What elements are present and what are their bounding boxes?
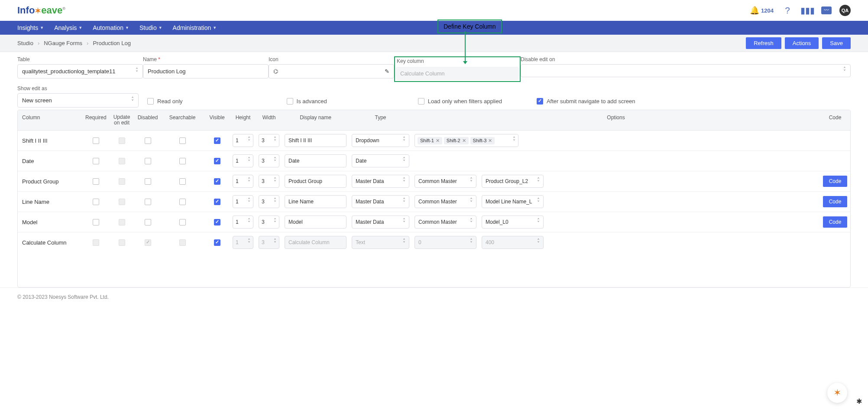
option-chip[interactable]: Shift-2✕ xyxy=(444,137,469,144)
width-input[interactable]: 3˄˅ xyxy=(259,154,279,167)
height-input[interactable]: 1˄˅ xyxy=(233,195,253,208)
nav-administration[interactable]: Administration▼ xyxy=(173,24,217,31)
nav-insights[interactable]: Insights▼ xyxy=(17,24,44,31)
displayname-input[interactable]: Product Group xyxy=(285,175,347,188)
width-input[interactable]: 3˄˅ xyxy=(259,195,279,208)
monitor-icon[interactable]: 〰 xyxy=(821,7,832,14)
type-select: Text˄˅ xyxy=(352,236,409,249)
required-checkbox[interactable] xyxy=(93,219,99,225)
update-checkbox[interactable] xyxy=(119,178,125,185)
table-select[interactable]: qualitytest_productionlog_template11˄˅ xyxy=(17,64,143,78)
header-update: Update on edit xyxy=(109,110,135,130)
nav-automation[interactable]: Automation▼ xyxy=(93,24,129,31)
displayname-input[interactable]: Shift I II III xyxy=(285,134,347,147)
type-select[interactable]: Date˄˅ xyxy=(352,154,409,167)
displayname-input[interactable]: Line Name xyxy=(285,195,347,208)
visible-checkbox[interactable] xyxy=(214,158,220,164)
help-icon[interactable]: ? xyxy=(781,4,794,16)
refresh-button[interactable]: Refresh xyxy=(746,37,781,49)
type-select[interactable]: Dropdown˄˅ xyxy=(352,134,409,147)
option2-select[interactable]: Model Line Name_L˄˅ xyxy=(482,195,544,208)
option2-select[interactable]: Product Group_L2˄˅ xyxy=(482,175,544,188)
aftersubmit-checkbox[interactable]: After submit navigate to add screen xyxy=(537,98,635,105)
option1-select[interactable]: Common Master˄˅ xyxy=(415,175,476,188)
header-display: Display name xyxy=(282,110,349,130)
required-checkbox[interactable] xyxy=(93,199,99,205)
advanced-checkbox[interactable]: Is advanced xyxy=(287,98,327,105)
option2-select[interactable]: Model_L0˄˅ xyxy=(482,216,544,229)
update-checkbox[interactable] xyxy=(119,158,125,164)
required-checkbox[interactable] xyxy=(93,239,99,246)
required-checkbox[interactable] xyxy=(93,158,99,164)
column-name: Line Name xyxy=(18,199,83,205)
disabled-checkbox[interactable] xyxy=(145,199,151,205)
type-select[interactable]: Master Data˄˅ xyxy=(352,175,409,188)
crumb-studio[interactable]: Studio xyxy=(17,40,33,46)
readonly-checkbox[interactable]: Read only xyxy=(147,98,183,105)
nav-studio[interactable]: Studio▼ xyxy=(139,24,162,31)
keycolumn-select[interactable]: Calculate Column xyxy=(396,67,519,80)
crumb-ngauge[interactable]: NGauge Forms xyxy=(44,40,82,46)
showedit-select[interactable]: New screen˄˅ xyxy=(17,93,139,108)
name-input[interactable]: Production Log xyxy=(143,64,269,78)
visible-checkbox[interactable] xyxy=(214,219,220,225)
remove-chip-icon[interactable]: ✕ xyxy=(488,138,492,144)
searchable-checkbox[interactable] xyxy=(179,199,186,205)
displayname-input[interactable]: Date xyxy=(285,154,347,167)
searchable-checkbox[interactable] xyxy=(179,239,186,246)
required-checkbox[interactable] xyxy=(93,178,99,185)
remove-chip-icon[interactable]: ✕ xyxy=(462,138,466,144)
options-chips-input[interactable]: Shift-1✕Shift-2✕Shift-3✕˄˅ xyxy=(415,134,518,147)
visible-checkbox[interactable] xyxy=(214,239,220,246)
save-button[interactable]: Save xyxy=(822,37,851,49)
code-button[interactable]: Code xyxy=(823,196,848,207)
option-chip[interactable]: Shift-1✕ xyxy=(418,137,442,144)
update-checkbox[interactable] xyxy=(119,239,125,246)
disabled-checkbox[interactable] xyxy=(145,219,151,225)
height-input[interactable]: 1˄˅ xyxy=(233,134,253,147)
width-input[interactable]: 3˄˅ xyxy=(259,216,279,229)
height-input[interactable]: 1˄˅ xyxy=(233,216,253,229)
option1-select[interactable]: Common Master˄˅ xyxy=(415,195,476,208)
searchable-checkbox[interactable] xyxy=(179,219,186,225)
displayname-input[interactable]: Model xyxy=(285,216,347,229)
user-avatar[interactable]: QA xyxy=(839,5,851,16)
searchable-checkbox[interactable] xyxy=(179,158,186,164)
icon-input[interactable]: ⌬ ✎ xyxy=(269,64,394,78)
required-checkbox[interactable] xyxy=(93,137,99,144)
column-name: Model xyxy=(18,219,83,225)
header-code: Code xyxy=(820,110,850,130)
loadonly-checkbox[interactable]: Load only when filters applied xyxy=(418,98,502,105)
option1-select[interactable]: Common Master˄˅ xyxy=(415,216,476,229)
update-checkbox[interactable] xyxy=(119,199,125,205)
width-input[interactable]: 3˄˅ xyxy=(259,175,279,188)
visible-checkbox[interactable] xyxy=(214,137,220,144)
edit-icon[interactable]: ✎ xyxy=(385,68,389,75)
searchable-checkbox[interactable] xyxy=(179,178,186,185)
option-chip[interactable]: Shift-3✕ xyxy=(470,137,495,144)
library-icon[interactable]: ▮▮▮ xyxy=(801,4,813,16)
visible-checkbox[interactable] xyxy=(214,178,220,185)
nav-analysis[interactable]: Analysis▼ xyxy=(54,24,82,31)
visible-checkbox[interactable] xyxy=(214,199,220,205)
breadcrumb: Studio › NGauge Forms › Production Log xyxy=(17,40,131,46)
code-button[interactable]: Code xyxy=(823,216,848,228)
update-checkbox[interactable] xyxy=(119,219,125,225)
notification-badge[interactable]: 🔔 1204 xyxy=(750,6,774,15)
disableedit-select[interactable]: ˄˅ xyxy=(521,64,851,77)
remove-chip-icon[interactable]: ✕ xyxy=(436,138,440,144)
code-button[interactable]: Code xyxy=(823,176,848,187)
disabled-checkbox[interactable] xyxy=(145,239,151,246)
width-input: 3˄˅ xyxy=(259,236,279,249)
searchable-checkbox[interactable] xyxy=(179,137,186,144)
update-checkbox[interactable] xyxy=(119,137,125,144)
disabled-checkbox[interactable] xyxy=(145,137,151,144)
height-input[interactable]: 1˄˅ xyxy=(233,175,253,188)
disabled-checkbox[interactable] xyxy=(145,178,151,185)
disabled-checkbox[interactable] xyxy=(145,158,151,164)
actions-button[interactable]: Actions xyxy=(785,37,819,49)
type-select[interactable]: Master Data˄˅ xyxy=(352,195,409,208)
width-input[interactable]: 3˄˅ xyxy=(259,134,279,147)
type-select[interactable]: Master Data˄˅ xyxy=(352,216,409,229)
height-input[interactable]: 1˄˅ xyxy=(233,154,253,167)
